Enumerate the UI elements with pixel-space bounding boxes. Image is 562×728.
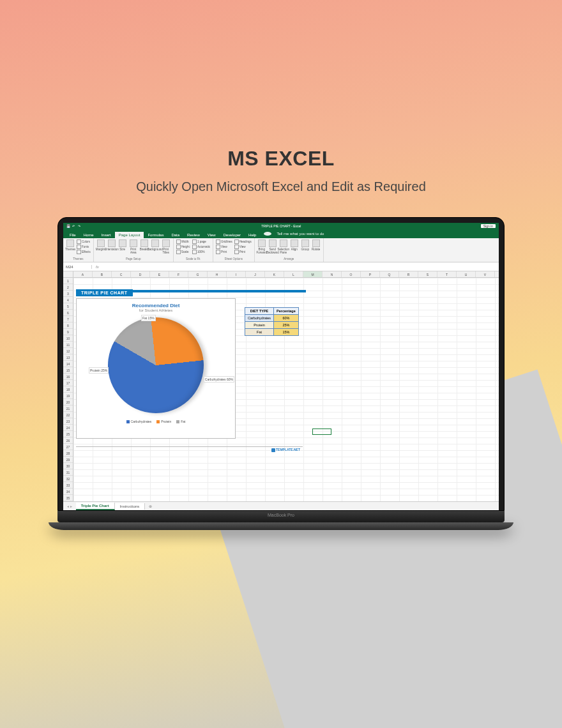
cell[interactable]: Carbohydrates <box>245 315 274 322</box>
template-brand: TEMPLATE.NET <box>271 448 300 452</box>
laptop-mockup: 💾 ↶ ↷ TRIPLE PIE CHART - Excel Sign in F… <box>57 217 505 530</box>
sheet-banner: TRIPLE PIE CHART <box>76 288 306 297</box>
th-type: DIET TYPE <box>245 308 274 315</box>
group-label: Themes <box>66 257 91 261</box>
menu-page-layout[interactable]: Page Layout <box>115 232 144 238</box>
group-label: Page Setup <box>96 257 171 261</box>
tell-me-label: Tell me what you want to do <box>273 231 328 237</box>
menu-file[interactable]: File <box>66 232 80 238</box>
laptop-base <box>49 522 513 530</box>
gridlines-options[interactable]: GridlinesViewPrint <box>216 239 232 254</box>
selection-pane-button[interactable]: Selection Pane <box>279 239 288 254</box>
banner-title: TRIPLE PIE CHART <box>76 289 133 296</box>
group-label: Scale to Fit <box>176 257 210 261</box>
data-table[interactable]: DIET TYPEPercentage Carbohydrates60% Pro… <box>245 307 299 336</box>
themes-button[interactable]: Themes <box>66 239 75 251</box>
save-icon[interactable]: 💾 <box>66 224 70 228</box>
cell[interactable]: Fat <box>245 329 274 336</box>
chart-subtitle: for Student Athletes <box>80 308 231 312</box>
bring-forward-button[interactable]: Bring Forward <box>257 239 266 254</box>
sign-in-button[interactable]: Sign in <box>481 224 496 228</box>
group-label: Sheet Options <box>216 257 252 261</box>
tab-instructions[interactable]: Instructions <box>115 503 146 510</box>
ribbon-group-arrange: Bring Forward Send Backward Selection Pa… <box>255 238 324 262</box>
legend-carb: Carbohydrates <box>126 420 152 423</box>
menu-home[interactable]: Home <box>80 232 98 238</box>
tell-me-search[interactable]: Tell me what you want to do <box>260 229 331 238</box>
cell[interactable]: 60% <box>274 315 299 322</box>
fx-icon[interactable]: fx <box>92 265 103 269</box>
align-button[interactable]: Align <box>290 239 299 251</box>
menu-help[interactable]: Help <box>245 232 260 238</box>
page-heading: MS EXCEL <box>0 147 562 171</box>
redo-icon[interactable]: ↷ <box>78 224 82 228</box>
active-cell[interactable] <box>312 428 331 435</box>
cell[interactable]: 15% <box>274 329 299 336</box>
banner-stripe <box>133 290 306 292</box>
menu-formulas[interactable]: Formulas <box>144 232 167 238</box>
excel-window: 💾 ↶ ↷ TRIPLE PIE CHART - Excel Sign in F… <box>63 223 499 510</box>
print-area-button[interactable]: Print Area <box>129 239 138 254</box>
ribbon-group-themes: Themes ColorsFontsEffects Themes <box>63 238 94 262</box>
laptop-hinge: MacBook Pro <box>57 511 505 522</box>
legend-fat: Fat <box>176 420 185 423</box>
menu-insert[interactable]: Insert <box>98 232 115 238</box>
group-button[interactable]: Group <box>301 239 310 251</box>
tab-triple-pie[interactable]: Triple Pie Chart <box>76 503 115 510</box>
menu-review[interactable]: Review <box>183 232 204 238</box>
scale-values[interactable]: 1 pageAutomatic100% <box>192 239 210 254</box>
menu-view[interactable]: View <box>204 232 220 238</box>
column-headers[interactable]: ABCDEFGHIJKLMNOPQRSTUV <box>63 271 499 278</box>
window-title: TRIPLE PIE CHART - Excel <box>261 224 301 228</box>
bulb-icon <box>264 232 271 236</box>
data-label-carb: Carbohydrates 60% <box>204 376 234 383</box>
name-box[interactable]: M24 <box>63 265 92 269</box>
chart-title: Recommended Diet <box>80 303 231 308</box>
rotate-button[interactable]: Rotate <box>312 239 321 251</box>
legend-protein: Protein <box>156 420 171 423</box>
data-label-fat: Fat 15% <box>141 315 156 321</box>
worksheet[interactable]: 1234567891011121314151617181920212223242… <box>63 278 499 501</box>
pie-graphic <box>91 300 222 431</box>
headings-options[interactable]: HeadingsViewPrint <box>234 239 252 254</box>
ribbon-group-page-setup: Margins Orientation Size Print Area Brea… <box>94 238 174 262</box>
title-bar: 💾 ↶ ↷ TRIPLE PIE CHART - Excel Sign in <box>63 223 499 229</box>
group-label: Arrange <box>257 257 321 261</box>
th-pct: Percentage <box>274 308 299 315</box>
select-all-corner[interactable] <box>63 271 73 277</box>
ribbon-group-scale: Width:Height:Scale: 1 pageAutomatic100% … <box>174 238 213 262</box>
orientation-button[interactable]: Orientation <box>107 239 116 251</box>
page-subheading: Quickly Open Microsoft Excel and Edit as… <box>0 179 562 194</box>
add-sheet-button[interactable]: ⊕ <box>145 504 156 508</box>
size-button[interactable]: Size <box>118 239 127 251</box>
print-titles-button[interactable]: Print Titles <box>162 239 171 254</box>
cell[interactable]: 25% <box>274 322 299 329</box>
menu-data[interactable]: Data <box>167 232 183 238</box>
send-backward-button[interactable]: Send Backward <box>268 239 277 254</box>
undo-icon[interactable]: ↶ <box>72 224 76 228</box>
divider <box>76 446 303 447</box>
chart-legend: Carbohydrates Protein Fat <box>80 420 231 423</box>
margins-button[interactable]: Margins <box>96 239 105 251</box>
theme-options[interactable]: ColorsFontsEffects <box>77 239 91 254</box>
row-headers[interactable]: 1234567891011121314151617181920212223242… <box>63 278 73 501</box>
scale-controls[interactable]: Width:Height:Scale: <box>176 239 190 254</box>
device-label: MacBook Pro <box>268 513 294 517</box>
ribbon-group-sheet-options: GridlinesViewPrint HeadingsViewPrint She… <box>213 238 255 262</box>
data-label-protein: Protein 25% <box>89 367 109 374</box>
pie-chart[interactable]: Recommended Diet for Student Athletes Fa… <box>76 298 236 439</box>
tab-nav-prev[interactable]: ◂ ▸ <box>63 504 76 508</box>
formula-bar: M24 fx <box>63 262 499 271</box>
menu-developer[interactable]: Developer <box>220 232 245 238</box>
sheet-tabs: ◂ ▸ Triple Pie Chart Instructions ⊕ <box>63 501 499 510</box>
cell[interactable]: Protein <box>245 322 274 329</box>
background-button[interactable]: Background <box>151 239 160 251</box>
ribbon: Themes ColorsFontsEffects Themes Margins… <box>63 238 499 262</box>
cell-grid[interactable]: TRIPLE PIE CHART Recommended Diet for St… <box>73 278 499 501</box>
menu-bar: File Home Insert Page Layout Formulas Da… <box>63 229 499 238</box>
